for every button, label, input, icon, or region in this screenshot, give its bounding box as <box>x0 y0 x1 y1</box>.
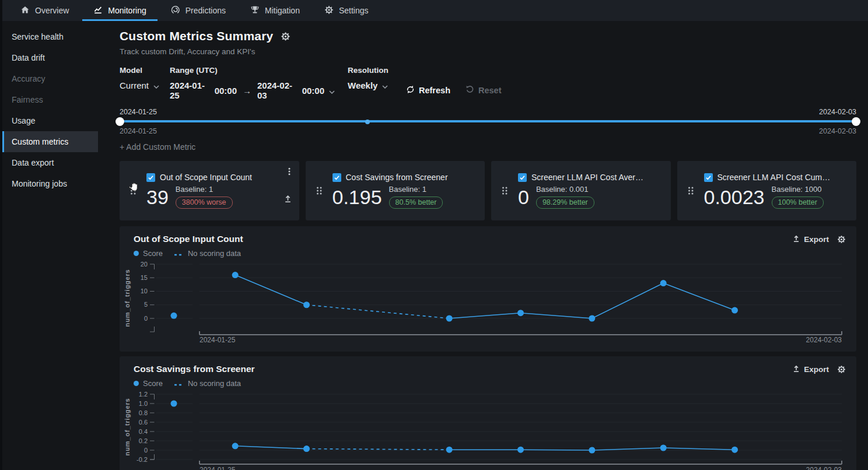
metric-card-out-of-scope: Out of Scope Input Count 39 Baseline: 1 … <box>120 161 299 220</box>
svg-text:2024-02-03: 2024-02-03 <box>806 336 842 344</box>
range-end-date: 2024-02-03 <box>257 80 298 100</box>
drag-handle[interactable] <box>491 186 518 195</box>
refresh-icon <box>406 85 415 96</box>
chart-title: Cost Savings from Screener <box>134 364 255 374</box>
sidebar-item-data-export[interactable]: Data export <box>2 152 98 173</box>
metric-card-title[interactable]: Cost Savings from Screener <box>346 173 448 182</box>
metric-checkbox[interactable] <box>332 173 341 182</box>
sidebar-item-custom-metrics[interactable]: Custom metrics <box>2 131 98 152</box>
metric-value: 39 <box>146 187 169 207</box>
sidebar-item-usage[interactable]: Usage <box>2 110 98 131</box>
legend-score-label[interactable]: Score <box>143 379 163 388</box>
score-legend-dot-icon <box>134 251 139 256</box>
slider-start-sublabel: 2024-01-25 <box>120 127 157 135</box>
nav-label: Overview <box>35 6 69 15</box>
metric-value: 0.0023 <box>704 187 765 207</box>
svg-text:num_of_triggers: num_of_triggers <box>124 398 131 456</box>
sidebar-item-service-health[interactable]: Service health <box>2 26 98 47</box>
predictions-icon <box>171 5 180 16</box>
trophy-icon <box>250 5 260 16</box>
metric-checkbox[interactable] <box>704 173 713 182</box>
svg-text:15: 15 <box>141 274 148 281</box>
metric-card-title[interactable]: Out of Scope Input Count <box>160 173 252 182</box>
drag-handle[interactable] <box>120 186 146 195</box>
sidebar-item-monitoring-jobs[interactable]: Monitoring jobs <box>2 173 98 194</box>
no-data-legend-dash-icon <box>174 379 184 388</box>
sidebar: Service health Data drift Accuracy Fairn… <box>2 21 98 470</box>
slider-start-label: 2024-01-25 <box>120 108 157 116</box>
svg-text:-0.2: -0.2 <box>136 456 148 463</box>
slider-handle-end[interactable] <box>852 117 860 126</box>
nav-item-overview[interactable]: Overview <box>8 0 81 21</box>
arrow-right-icon: → <box>242 86 253 96</box>
sidebar-item-fairness[interactable]: Fairness <box>2 89 98 110</box>
metric-checkbox[interactable] <box>146 173 155 182</box>
svg-text:0.8: 0.8 <box>139 409 148 416</box>
nav-item-predictions[interactable]: Predictions <box>159 0 238 21</box>
chart-settings-gear-icon[interactable] <box>837 235 846 244</box>
export-icon <box>792 234 800 244</box>
slider-track[interactable] <box>120 120 856 122</box>
range-start-date: 2024-01-25 <box>170 80 210 100</box>
range-select[interactable]: 2024-01-25 00:00 → 2024-02-03 00:00 <box>170 80 335 100</box>
svg-text:0.6: 0.6 <box>139 419 148 426</box>
export-metric-icon[interactable] <box>284 194 292 205</box>
legend-no-data-label[interactable]: No scoring data <box>188 379 241 388</box>
svg-text:1.2: 1.2 <box>139 391 148 398</box>
drag-handle[interactable] <box>306 186 332 195</box>
legend-no-data-label[interactable]: No scoring data <box>188 249 241 258</box>
metric-card-api-cost-average: Screener LLM API Cost Aver… 0 Baseline: … <box>491 161 671 220</box>
legend-score-label[interactable]: Score <box>143 249 163 258</box>
nav-item-mitigation[interactable]: Mitigation <box>238 0 312 21</box>
model-select[interactable]: Current <box>120 80 157 90</box>
metric-card-title[interactable]: Screener LLM API Cost Cum… <box>718 173 831 182</box>
metric-delta-badge: 98.29% better <box>536 197 594 209</box>
nav-label: Monitoring <box>108 6 146 15</box>
nav-label: Settings <box>339 6 369 15</box>
metric-value: 0 <box>518 187 529 207</box>
svg-text:2024-01-25: 2024-01-25 <box>200 336 236 344</box>
top-nav: Overview Monitoring Predictions Mitigati… <box>0 0 868 21</box>
home-icon <box>20 5 30 16</box>
kebab-menu-icon[interactable] <box>285 167 293 178</box>
summary-settings-gear-icon[interactable] <box>281 31 290 41</box>
export-icon <box>792 364 800 374</box>
metric-value: 0.195 <box>332 187 382 207</box>
main-content: Custom Metrics Summary Track custom Drif… <box>98 21 868 470</box>
reset-button[interactable]: Reset <box>466 80 502 100</box>
slider-handle-start[interactable] <box>116 117 124 126</box>
chart-panel-out-of-scope: Out of Scope Input Count Export Score No… <box>120 226 856 352</box>
svg-text:0: 0 <box>144 447 148 454</box>
line-chart-icon <box>93 5 103 16</box>
metric-card-cost-savings: Cost Savings from Screener 0.195 Baselin… <box>306 161 485 220</box>
chart-settings-gear-icon[interactable] <box>837 365 846 374</box>
nav-item-settings[interactable]: Settings <box>312 0 381 21</box>
slider-mid-dot <box>365 120 370 124</box>
model-label: Model <box>120 66 157 75</box>
export-chart-button[interactable]: Export <box>792 234 829 244</box>
svg-text:2024-01-25: 2024-01-25 <box>200 466 236 470</box>
slider-end-sublabel: 2024-02-03 <box>819 127 856 135</box>
sidebar-item-data-drift[interactable]: Data drift <box>2 47 98 68</box>
metric-checkbox[interactable] <box>518 173 527 182</box>
export-chart-button[interactable]: Export <box>792 364 829 374</box>
svg-text:0.2: 0.2 <box>139 437 148 444</box>
svg-text:2024-02-03: 2024-02-03 <box>806 466 842 470</box>
chevron-down-icon <box>382 80 388 90</box>
chevron-down-icon <box>153 80 159 90</box>
metric-baseline: Baseline: 1000 <box>772 185 824 194</box>
sidebar-item-accuracy[interactable]: Accuracy <box>2 68 98 89</box>
metric-delta-badge: 80.5% better <box>389 197 443 209</box>
metric-delta-badge: 3800% worse <box>176 197 233 209</box>
resolution-select[interactable]: Weekly <box>348 80 388 90</box>
add-custom-metric-link[interactable]: + Add Custom Metric <box>120 142 195 152</box>
drag-handle[interactable] <box>677 186 704 195</box>
line-chart-cost-savings: 1.21.00.80.60.40.20-0.22024-01-252024-02… <box>120 390 856 470</box>
nav-item-monitoring[interactable]: Monitoring <box>81 0 158 21</box>
reset-icon <box>466 85 474 96</box>
range-end-time: 00:00 <box>302 86 324 96</box>
metric-card-title[interactable]: Screener LLM API Cost Aver… <box>531 173 643 182</box>
refresh-button[interactable]: Refresh <box>406 80 450 100</box>
metric-cards-row: Out of Scope Input Count 39 Baseline: 1 … <box>120 161 856 220</box>
no-data-legend-dash-icon <box>174 249 184 258</box>
